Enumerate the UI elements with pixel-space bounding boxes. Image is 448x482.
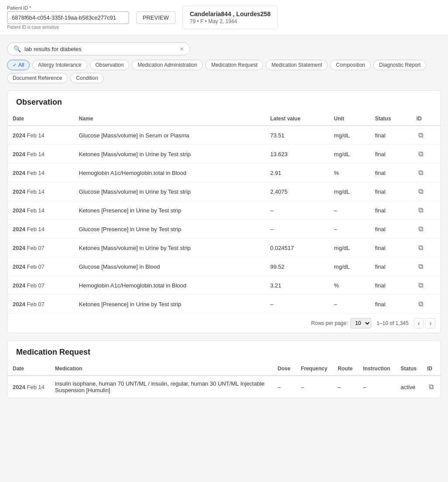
obs-name: Glucose [Mass/volume] in Urine by Test s… [74, 182, 265, 201]
filter-chip-diagnostic[interactable]: Diagnostic Report [373, 60, 426, 70]
medication-request-title: Medication Request [7, 341, 441, 362]
prev-page-button[interactable]: ‹ [414, 318, 424, 328]
obs-status: final [370, 201, 411, 220]
patient-id-note: Patient ID is case sensitive [7, 25, 129, 30]
obs-unit: % [329, 276, 370, 295]
filter-chip-med-admin[interactable]: Medication Administration [132, 60, 203, 70]
obs-status: final [370, 220, 411, 239]
copy-id-button[interactable]: ⧉ [417, 149, 425, 159]
med-date: 2024 Feb 14 [7, 376, 50, 398]
table-row: 2024 Feb 14 insulin isophane, human 70 U… [7, 376, 441, 398]
page-nav: ‹ › [414, 318, 435, 328]
obs-date: 2024 Feb 14 [7, 164, 74, 182]
search-section: 🔍 × ✓AllAllergy IntoleranceObservationMe… [0, 35, 448, 90]
chip-label: Composition [336, 62, 365, 68]
patient-id-label: Patient ID * [7, 5, 129, 10]
filter-chip-observation[interactable]: Observation [90, 60, 130, 70]
obs-unit: mg/dL [329, 239, 370, 257]
obs-value: 13.623 [265, 145, 328, 164]
med-medication: insulin isophane, human 70 UNT/ML / insu… [50, 376, 272, 398]
search-bar: 🔍 × [7, 42, 190, 55]
copy-id-button[interactable]: ⧉ [427, 382, 435, 392]
filter-chips: ✓AllAllergy IntoleranceObservationMedica… [7, 60, 441, 83]
table-row: 2024 Feb 14 Glucose [Presence] in Urine … [7, 220, 441, 239]
medication-request-thead: Date Medication Dose Frequency Route Ins… [7, 362, 441, 376]
copy-id-button[interactable]: ⧉ [417, 205, 425, 215]
obs-name: Ketones [Presence] in Urine by Test stri… [74, 201, 265, 220]
rows-per-page-label: Rows per page: [311, 320, 348, 326]
copy-id-button[interactable]: ⧉ [417, 243, 425, 253]
table-row: 2024 Feb 14 Glucose [Mass/volume] in Uri… [7, 182, 441, 201]
obs-id: ⧉ [411, 201, 441, 220]
copy-id-button[interactable]: ⧉ [417, 299, 425, 309]
filter-chip-allergy[interactable]: Allergy Intolerance [32, 60, 87, 70]
table-row: 2024 Feb 07 Ketones [Mass/volume] in Uri… [7, 239, 441, 257]
table-row: 2024 Feb 14 Ketones [Presence] in Urine … [7, 201, 441, 220]
obs-status: final [370, 182, 411, 201]
table-row: 2024 Feb 07 Glucose [Mass/volume] in Blo… [7, 257, 441, 276]
copy-id-button[interactable]: ⧉ [417, 187, 425, 196]
col-id: ID [422, 362, 441, 376]
obs-value: – [265, 295, 328, 314]
patient-id-input[interactable] [7, 11, 129, 24]
copy-id-button[interactable]: ⧉ [417, 224, 425, 234]
obs-status: final [370, 276, 411, 295]
filter-chip-all[interactable]: ✓All [7, 60, 30, 70]
filter-chip-med-request[interactable]: Medication Request [205, 60, 263, 70]
med-frequency: – [296, 376, 333, 398]
col-date: Date [7, 362, 50, 376]
obs-name: Hemoglobin A1c/Hemoglobin.total in Blood [74, 276, 265, 295]
obs-name: Ketones [Mass/volume] in Urine by Test s… [74, 145, 265, 164]
filter-chip-med-statement[interactable]: Medication Statement [266, 60, 328, 70]
search-clear-button[interactable]: × [180, 45, 184, 52]
page-info: 1–10 of 1,345 [376, 320, 408, 326]
chip-label: Allergy Intolerance [38, 62, 81, 68]
obs-value: 2.4075 [265, 182, 328, 201]
obs-date: 2024 Feb 14 [7, 126, 74, 145]
next-page-button[interactable]: › [425, 318, 435, 328]
copy-id-button[interactable]: ⧉ [417, 262, 425, 271]
observation-header-row: Date Name Latest value Unit Status ID [7, 112, 441, 126]
obs-id: ⧉ [411, 220, 441, 239]
col-id: ID [411, 112, 441, 126]
col-latest-value: Latest value [265, 112, 328, 126]
filter-chip-condition[interactable]: Condition [70, 73, 104, 83]
chip-label: Condition [76, 75, 98, 81]
observation-tbody: 2024 Feb 14 Glucose [Mass/volume] in Ser… [7, 126, 441, 313]
search-icon: 🔍 [14, 45, 21, 52]
obs-status: final [370, 239, 411, 257]
table-row: 2024 Feb 07 Hemoglobin A1c/Hemoglobin.to… [7, 276, 441, 295]
preview-button[interactable]: PREVIEW [136, 11, 175, 24]
obs-name: Hemoglobin A1c/Hemoglobin.total in Blood [74, 164, 265, 182]
obs-date: 2024 Feb 07 [7, 295, 74, 314]
main-content: Observation Date Name Latest value Unit … [0, 90, 448, 412]
obs-value: 99.52 [265, 257, 328, 276]
table-row: 2024 Feb 14 Ketones [Mass/volume] in Uri… [7, 145, 441, 164]
obs-id: ⧉ [411, 164, 441, 182]
obs-id: ⧉ [411, 257, 441, 276]
obs-id: ⧉ [411, 182, 441, 201]
medication-request-section: Medication Request Date Medication Dose … [7, 340, 441, 398]
copy-id-button[interactable]: ⧉ [417, 130, 425, 140]
table-row: 2024 Feb 14 Hemoglobin A1c/Hemoglobin.to… [7, 164, 441, 182]
obs-status: final [370, 295, 411, 314]
med-status: active [395, 376, 422, 398]
col-unit: Unit [329, 112, 370, 126]
search-input[interactable] [24, 46, 177, 52]
filter-chip-composition[interactable]: Composition [330, 60, 371, 70]
observation-title: Observation [7, 91, 441, 112]
rows-per-page-select[interactable]: 10 25 50 [350, 318, 371, 328]
chip-label: Observation [96, 62, 124, 68]
chip-label: Diagnostic Report [379, 62, 421, 68]
medication-request-tbody: 2024 Feb 14 insulin isophane, human 70 U… [7, 376, 441, 398]
copy-id-button[interactable]: ⧉ [417, 280, 425, 290]
check-icon: ✓ [13, 62, 17, 68]
obs-unit: mg/dL [329, 126, 370, 145]
observation-table: Date Name Latest value Unit Status ID 20… [7, 112, 441, 313]
filter-chip-doc-ref[interactable]: Document Reference [7, 73, 68, 83]
copy-id-button[interactable]: ⧉ [417, 168, 425, 178]
obs-id: ⧉ [411, 295, 441, 314]
med-dose: – [272, 376, 295, 398]
patient-id-group: Patient ID * Patient ID is case sensitiv… [7, 5, 129, 30]
col-instruction: Instruction [358, 362, 395, 376]
